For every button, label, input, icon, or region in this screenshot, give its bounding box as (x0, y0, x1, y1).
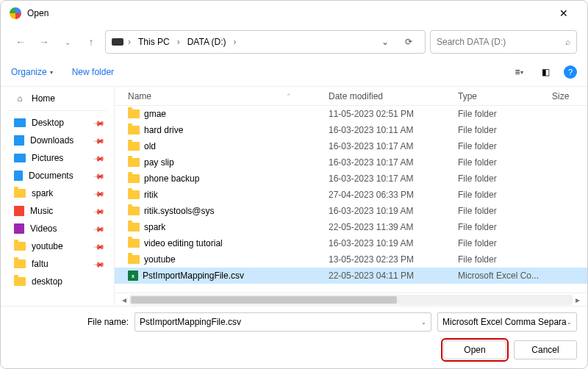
file-date: 13-05-2023 02:23 PM (329, 254, 458, 265)
filename-input[interactable]: PstImportMappingFile.csv ⌄ (135, 312, 431, 332)
breadcrumb-dropdown[interactable]: ⌄ (375, 37, 395, 47)
file-type: File folder (458, 254, 552, 265)
sidebar-item[interactable]: Pictures📌 (1, 149, 114, 167)
sidebar-item[interactable]: Downloads📌 (1, 132, 114, 149)
scroll-right-icon[interactable]: ▸ (573, 295, 583, 305)
sidebar-item[interactable]: desktop (1, 273, 114, 290)
search-input[interactable]: Search DATA (D:) ⌕ (430, 30, 577, 54)
forward-button[interactable]: → (35, 32, 54, 51)
sidebar-item[interactable]: Documents📌 (1, 167, 114, 184)
file-row[interactable]: phone backup16-03-2023 10:17 AMFile fold… (115, 171, 587, 187)
sidebar-item[interactable]: Videos📌 (1, 220, 114, 237)
home-icon: ⌂ (14, 93, 26, 104)
divider (8, 110, 107, 111)
column-size[interactable]: Size (552, 91, 587, 101)
help-button[interactable]: ? (564, 65, 577, 79)
desktop-icon (14, 118, 26, 127)
file-date: 16-03-2023 10:17 AM (329, 141, 458, 151)
search-icon: ⌕ (565, 37, 570, 47)
refresh-button[interactable]: ⟳ (398, 37, 419, 47)
file-date: 11-05-2023 02:51 PM (329, 109, 458, 119)
file-list[interactable]: gmae11-05-2023 02:51 PMFile folderhard d… (115, 106, 587, 293)
new-folder-button[interactable]: New folder (72, 67, 114, 77)
file-name: pay slip (144, 157, 174, 168)
sidebar-item[interactable]: spark📌 (1, 184, 114, 202)
back-button[interactable]: ← (11, 32, 30, 51)
folder-icon (128, 174, 140, 183)
pin-icon: 📌 (93, 223, 105, 234)
pin-icon: 📌 (93, 170, 105, 182)
chevron-right-icon: › (126, 37, 132, 47)
breadcrumb-data-d[interactable]: DATA (D:) (184, 35, 229, 49)
view-list-button[interactable]: ≡ ▾ (511, 65, 527, 79)
sidebar-item[interactable]: Desktop📌 (1, 114, 114, 132)
organize-menu[interactable]: Organize ▾ (11, 67, 53, 77)
column-name[interactable]: Name ⌃ (128, 91, 329, 101)
file-row[interactable]: ritik.systools@sys16-03-2023 10:19 AMFil… (115, 203, 587, 219)
file-row[interactable]: hard drive16-03-2023 10:11 AMFile folder (115, 122, 587, 138)
caret-down-icon[interactable]: ⌄ (567, 319, 572, 326)
file-date: 16-03-2023 10:17 AM (329, 157, 458, 168)
cancel-button[interactable]: Cancel (514, 340, 577, 359)
folder-icon (128, 158, 140, 167)
sidebar-item-label: Videos (30, 223, 57, 234)
sidebar-item-label: Downloads (30, 135, 74, 146)
column-date[interactable]: Date modified (329, 91, 458, 101)
excel-icon: x (128, 271, 138, 281)
file-type: File folder (458, 173, 552, 184)
breadcrumb-this-pc[interactable]: This PC (135, 35, 173, 49)
file-row[interactable]: video editing tutorial16-03-2023 10:19 A… (115, 235, 587, 251)
file-row[interactable]: youtube13-05-2023 02:23 PMFile folder (115, 251, 587, 268)
file-row[interactable]: spark22-05-2023 11:39 AMFile folder (115, 219, 587, 235)
footer: File name: PstImportMappingFile.csv ⌄ Mi… (1, 306, 587, 368)
file-type: File folder (458, 109, 552, 119)
file-name: ritik (144, 190, 158, 200)
folder-icon (14, 259, 26, 268)
sidebar-item[interactable]: Music📌 (1, 202, 114, 220)
file-type: File folder (458, 190, 552, 200)
folder-icon (128, 207, 140, 215)
file-date: 16-03-2023 10:19 AM (329, 238, 458, 248)
file-type: File folder (458, 125, 552, 135)
file-row[interactable]: gmae11-05-2023 02:51 PMFile folder (115, 106, 587, 122)
sidebar-item-label: Desktop (32, 118, 64, 128)
recent-dropdown[interactable]: ⌄ (58, 32, 77, 51)
caret-down-icon[interactable]: ⌄ (421, 319, 426, 326)
sidebar-item[interactable]: faltu📌 (1, 255, 114, 273)
pin-icon: 📌 (93, 135, 105, 146)
file-row[interactable]: pay slip16-03-2023 10:17 AMFile folder (115, 154, 587, 171)
file-type-filter[interactable]: Microsoft Excel Comma Separa ⌄ (437, 312, 577, 332)
sidebar-item-label: Documents (29, 171, 74, 181)
file-type: File folder (458, 222, 552, 232)
open-button[interactable]: Open (443, 340, 506, 359)
file-name: gmae (144, 109, 166, 119)
drive-icon (112, 38, 123, 46)
scroll-left-icon[interactable]: ◂ (119, 295, 129, 305)
chevron-right-icon: › (176, 37, 182, 47)
folder-icon (128, 126, 140, 135)
up-button[interactable]: ↑ (82, 32, 101, 51)
file-row[interactable]: old16-03-2023 10:17 AMFile folder (115, 138, 587, 154)
chevron-right-icon: › (232, 37, 238, 47)
file-row[interactable]: xPstImportMappingFile.csv22-05-2023 04:1… (115, 268, 587, 284)
sidebar-item[interactable]: youtube📌 (1, 237, 114, 255)
preview-pane-button[interactable]: ◧ (537, 65, 553, 79)
toolbar: Organize ▾ New folder ≡ ▾ ◧ ? (1, 58, 587, 86)
column-type[interactable]: Type (458, 91, 552, 101)
horizontal-scrollbar[interactable]: ◂ ▸ (115, 293, 587, 306)
docs-icon (14, 171, 23, 181)
folder-icon (128, 223, 140, 232)
window-title: Open (27, 8, 49, 18)
file-name: hard drive (144, 125, 183, 135)
sidebar[interactable]: ⌂ Home Desktop📌Downloads📌Pictures📌Docume… (1, 87, 115, 306)
pin-icon: 📌 (93, 258, 105, 270)
close-button[interactable]: ✕ (549, 3, 578, 24)
downloads-icon (14, 135, 24, 146)
breadcrumb-bar[interactable]: › This PC › DATA (D:) › ⌄ ⟳ (105, 30, 426, 54)
sidebar-home[interactable]: ⌂ Home (1, 90, 114, 107)
file-row[interactable]: ritik27-04-2023 06:33 PMFile folder (115, 187, 587, 203)
file-name: old (144, 141, 156, 151)
file-type: File folder (458, 157, 552, 168)
pictures-icon (14, 154, 26, 162)
folder-icon (14, 242, 26, 251)
